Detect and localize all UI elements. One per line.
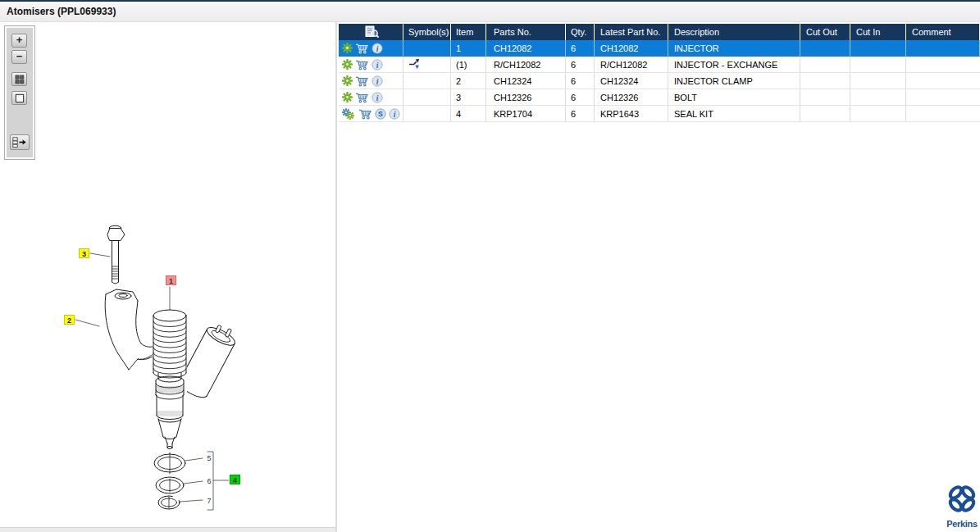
cell-symbols (403, 89, 451, 106)
cell-latest-part-no: CH12326 (595, 89, 668, 106)
cell-item: 4 (451, 106, 486, 122)
cell-cut-in (850, 40, 906, 57)
callout-label-bolt[interactable]: 3 (79, 248, 89, 258)
table-header-row: Symbol(s) Item Parts No. Qty. Latest Par… (339, 24, 980, 40)
cell-qty: 6 (566, 73, 595, 89)
callout-label-seal-5: 5 (205, 453, 213, 463)
s-circle-icon[interactable] (375, 108, 386, 120)
cell-cut-out (800, 106, 850, 122)
cell-cut-out (800, 73, 850, 89)
header-qty: Qty. (566, 24, 595, 40)
cell-latest-part-no: R/CH12082 (595, 57, 668, 73)
cell-symbols (403, 106, 451, 122)
header-cut-in: Cut In (850, 24, 906, 40)
cell-qty: 6 (566, 106, 595, 122)
info-icon[interactable] (371, 75, 383, 87)
table-row[interactable]: (1) R/CH12082 6 R/CH12082 INJECTOR - EXC… (339, 57, 980, 73)
table-row[interactable]: 2 CH12324 6 CH12324 INJECTOR CLAMP (339, 73, 980, 89)
cell-description: SEAL KIT (668, 106, 800, 122)
cell-symbols (403, 40, 451, 57)
header-comment: Comment (906, 24, 980, 40)
table-row[interactable]: 4 KRP1704 6 KRP1643 SEAL KIT (339, 106, 980, 122)
row-action-icons (339, 57, 403, 73)
cart-icon[interactable] (355, 92, 369, 103)
panel-divider (335, 22, 337, 532)
cell-cut-out (800, 57, 850, 73)
perkins-rings-icon (946, 484, 978, 515)
header-item: Item (451, 24, 486, 40)
cell-item: (1) (451, 57, 486, 73)
parts-table: Symbol(s) Item Parts No. Qty. Latest Par… (339, 24, 980, 122)
gear-icon[interactable] (342, 92, 353, 102)
cart-icon[interactable] (358, 108, 372, 120)
row-action-icons (339, 106, 403, 122)
cell-comment (906, 106, 980, 122)
cell-item: 2 (451, 73, 486, 89)
diagram-bottom-strip (0, 527, 335, 532)
cell-cut-in (850, 89, 906, 106)
header-cut-out: Cut Out (800, 24, 850, 40)
cell-parts-no: CH12326 (486, 89, 566, 106)
callout-label-seal-kit[interactable]: 4 (230, 475, 240, 484)
cell-qty: 6 (566, 40, 595, 57)
substitute-arrow-icon (408, 58, 421, 70)
cell-parts-no: KRP1704 (486, 106, 566, 122)
info-icon[interactable] (389, 108, 400, 120)
cart-icon[interactable] (355, 43, 369, 54)
cell-cut-out (800, 89, 850, 106)
info-icon[interactable] (371, 59, 383, 70)
injector-exploded-drawing (0, 0, 335, 532)
cell-qty: 6 (566, 89, 595, 106)
cell-description: INJECTOR (668, 40, 800, 57)
cell-description: INJECTOR - EXCHANGE (668, 57, 800, 73)
cell-symbols (403, 73, 451, 89)
cell-symbols (403, 57, 451, 73)
callout-label-injector[interactable]: 1 (166, 275, 176, 285)
header-parts-no: Parts No. (486, 24, 566, 40)
diagram-canvas[interactable]: 3 2 1 4 5 6 7 (0, 0, 335, 532)
cell-comment (906, 40, 980, 57)
cell-latest-part-no: CH12082 (595, 40, 668, 57)
header-description: Description (668, 24, 800, 40)
info-icon[interactable] (371, 92, 383, 103)
cart-icon[interactable] (355, 59, 369, 70)
parts-catalog-window: Atomisers (PPL069933) + − (0, 0, 980, 532)
header-latest-part-no: Latest Part No. (595, 24, 668, 40)
callout-label-seal-7: 7 (205, 496, 213, 506)
header-symbols: Symbol(s) (403, 24, 451, 40)
cell-latest-part-no: KRP1643 (595, 106, 668, 122)
gear-icon[interactable] (342, 43, 353, 53)
gear-icon[interactable] (342, 59, 353, 70)
cell-cut-out (800, 40, 850, 57)
header-selector[interactable] (339, 24, 403, 40)
callout-label-seal-6: 6 (205, 476, 213, 486)
cart-icon[interactable] (355, 75, 369, 87)
info-icon[interactable] (371, 43, 383, 54)
perkins-logo-text: Perkins (943, 519, 980, 529)
table-row[interactable]: 1 CH12082 6 CH12082 INJECTOR (339, 40, 980, 57)
row-action-icons (339, 73, 403, 89)
cell-item: 3 (451, 89, 486, 106)
row-action-icons (339, 89, 403, 106)
cell-comment (906, 73, 980, 89)
gear-icon[interactable] (342, 75, 353, 86)
cell-parts-no: R/CH12082 (486, 57, 566, 73)
cell-comment (906, 89, 980, 106)
cell-item: 1 (451, 40, 486, 57)
cell-cut-in (850, 73, 906, 89)
cell-cut-in (850, 57, 906, 73)
callout-label-clamp[interactable]: 2 (64, 315, 75, 325)
gears-double-icon[interactable] (342, 108, 356, 120)
perkins-logo: Perkins (943, 484, 980, 529)
cell-latest-part-no: CH12324 (595, 73, 668, 89)
cell-description: INJECTOR CLAMP (668, 73, 800, 89)
cell-comment (906, 57, 980, 73)
cell-cut-in (850, 106, 906, 122)
cell-parts-no: CH12082 (486, 40, 566, 57)
row-action-icons (339, 40, 403, 57)
cell-description: BOLT (668, 89, 800, 106)
preview-list-icon (365, 25, 380, 39)
cell-qty: 6 (566, 57, 595, 73)
table-row[interactable]: 3 CH12326 6 CH12326 BOLT (339, 89, 980, 106)
cell-parts-no: CH12324 (486, 73, 566, 89)
